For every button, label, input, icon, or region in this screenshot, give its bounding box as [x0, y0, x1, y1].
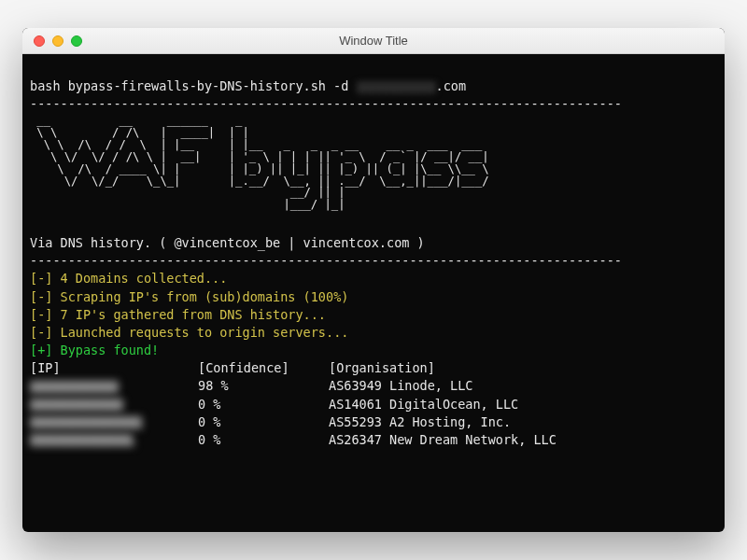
redacted-ip: xxx.xxx.xxx.xxx	[30, 416, 142, 428]
status-line: [-] Scraping IP's from (sub)domains (100…	[30, 289, 348, 304]
redacted-ip: xxx.xxx.xxx.xx	[30, 434, 133, 446]
col-confidence: [Confidence]	[198, 359, 329, 377]
cell-confidence: 0 %	[198, 396, 329, 413]
window-title: Window Title	[22, 34, 725, 48]
redacted-ip: xx.xx.xx.xxx	[30, 399, 123, 411]
cell-organisation: AS14061 DigitalOcean, LLC	[329, 397, 518, 412]
terminal-body[interactable]: bash bypass-firewalls-by-DNS-history.sh …	[22, 54, 725, 472]
col-ip: [IP]	[30, 359, 198, 377]
terminal-window: Window Title bash bypass-firewalls-by-DN…	[22, 28, 725, 532]
cell-confidence: 0 %	[198, 413, 329, 431]
status-line: [-] 7 IP's gathered from DNS history...	[30, 307, 326, 322]
command-suffix: .com	[436, 78, 467, 93]
table-row: xxx.xxx.xxx.xx0 %AS26347 New Dream Netwo…	[30, 432, 557, 447]
cell-confidence: 0 %	[198, 431, 329, 449]
table-row: xx.xx.xx.xx98 %AS63949 Linode, LLC	[30, 378, 472, 393]
divider-bottom: ----------------------------------------…	[30, 253, 622, 268]
command-prefix: bash bypass-firewalls-by-DNS-history.sh …	[30, 78, 357, 93]
command-line: bash bypass-firewalls-by-DNS-history.sh …	[30, 78, 466, 93]
ascii-banner: __ __ ______ _ \ \ / /\ | ____| | | \ \ …	[30, 115, 717, 211]
cell-confidence: 98 %	[198, 377, 329, 395]
redacted-domain: xxxxxxxxxx	[357, 81, 436, 93]
divider-top: ----------------------------------------…	[30, 96, 622, 111]
table-header: [IP][Confidence][Organisation]	[30, 360, 435, 375]
status-line: [-] Launched requests to origin servers.…	[30, 325, 348, 340]
status-line-success: [+] Bypass found!	[30, 343, 159, 357]
subtitle: Via DNS history. ( @vincentcox_be | vinc…	[30, 235, 425, 250]
redacted-ip: xx.xx.xx.xx	[30, 381, 119, 393]
status-line: [-] 4 Domains collected...	[30, 271, 227, 286]
cell-organisation: AS63949 Linode, LLC	[329, 378, 472, 393]
cell-organisation: AS55293 A2 Hosting, Inc.	[329, 414, 511, 429]
table-row: xxx.xxx.xxx.xxx0 %AS55293 A2 Hosting, In…	[30, 414, 511, 429]
cell-organisation: AS26347 New Dream Network, LLC	[329, 432, 557, 447]
col-organisation: [Organisation]	[329, 360, 435, 375]
titlebar[interactable]: Window Title	[22, 28, 725, 54]
table-row: xx.xx.xx.xxx0 %AS14061 DigitalOcean, LLC	[30, 397, 518, 412]
